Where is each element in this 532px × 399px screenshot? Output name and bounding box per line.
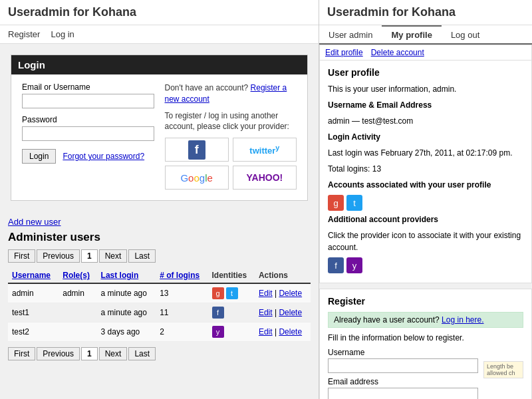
pagination-top: First Previous 1 Next Last [8, 249, 311, 263]
fill-text: Fill in the information below to registe… [328, 333, 523, 342]
col-last-login[interactable]: Last login [97, 268, 156, 283]
nav-login[interactable]: Log in [51, 28, 74, 41]
register-section: Register Already have a user account? Lo… [319, 289, 532, 399]
log-in-here-link[interactable]: Log in here. [442, 315, 483, 325]
associated-label: Accounts associated with your user profi… [328, 179, 523, 191]
nav-register[interactable]: Register [8, 28, 40, 41]
no-account-text: Don't have an account? [165, 83, 249, 92]
twitter-icon: twittery [249, 144, 279, 156]
google-icon: Google [180, 172, 212, 184]
cell-identities: y [208, 323, 255, 342]
google-provider-button[interactable]: Google [165, 166, 229, 190]
cell-logins: 11 [156, 303, 207, 323]
previous-page-bottom-button[interactable]: Previous [37, 347, 80, 360]
facebook-provider-button[interactable]: f [165, 138, 229, 162]
cell-logins: 13 [156, 283, 207, 303]
user-table: Username Role(s) Last login # of logins … [8, 268, 311, 342]
cell-logins: 2 [156, 323, 207, 342]
cell-role [59, 323, 96, 342]
nav-my-profile[interactable]: My profile [382, 25, 441, 43]
nav-user-admin[interactable]: User admin [319, 25, 382, 43]
profile-section: Edit profile Delete account User profile… [319, 45, 532, 283]
additional-label: Additional account providers [328, 213, 523, 225]
edit-user-link[interactable]: Edit [259, 327, 273, 336]
cell-identities: f [208, 303, 255, 323]
yahoo-provider-button[interactable]: YAHOO! [233, 166, 297, 190]
login-box-title: Login [11, 55, 307, 74]
profile-title: User profile [328, 67, 523, 78]
delete-user-link[interactable]: Delete [279, 289, 302, 298]
login-activity-label: Login Activity [328, 131, 523, 143]
email-label: Email or Username [22, 82, 154, 92]
left-nav: Register Log in [0, 25, 319, 44]
login-activity-value: Last login was February 27th, 2011, at 0… [328, 147, 523, 159]
previous-page-button[interactable]: Previous [37, 249, 80, 263]
left-title: Useradmin for Kohana [8, 5, 311, 19]
profile-tabs: Edit profile Delete account [320, 45, 531, 61]
g-identity-icon: g [212, 287, 224, 299]
yahoo-additional-icon[interactable]: y [346, 257, 362, 273]
forgot-password-link[interactable]: Forgot your password? [63, 152, 144, 161]
login-button[interactable]: Login [22, 149, 56, 164]
col-actions: Actions [255, 268, 311, 283]
next-page-button[interactable]: Next [99, 249, 128, 263]
username-email-label: Username & Email Address [328, 99, 523, 111]
cell-username: admin [8, 283, 59, 303]
tab-delete-account[interactable]: Delete account [371, 48, 424, 60]
email-input[interactable] [22, 94, 154, 108]
already-account-notice: Already have a user account? Log in here… [328, 312, 523, 328]
twitter-associated-icon[interactable]: t [346, 195, 362, 211]
col-logins[interactable]: # of logins [156, 268, 207, 283]
twitter-provider-button[interactable]: twittery [233, 138, 297, 162]
register-title: Register [328, 296, 523, 307]
additional-text: Click the provider icon to associate it … [328, 229, 523, 253]
cell-username: test2 [8, 323, 59, 342]
add-user-link[interactable]: Add new user [8, 217, 61, 227]
email-field: Email address [328, 377, 478, 399]
cell-role [59, 303, 96, 323]
delete-user-link[interactable]: Delete [279, 327, 302, 336]
page-number-button[interactable]: 1 [81, 249, 98, 263]
next-page-bottom-button[interactable]: Next [99, 347, 128, 360]
email-reg-label: Email address [328, 377, 478, 386]
table-row: test23 days ago2yEdit | Delete [8, 323, 311, 342]
provider-icons: f twittery Google YAHOO! [165, 138, 297, 190]
cell-identities: gt [208, 283, 255, 303]
facebook-icon: f [188, 140, 205, 160]
y-identity-icon: y [212, 326, 224, 338]
total-logins-value: Total logins: 13 [328, 163, 523, 175]
password-input[interactable] [22, 126, 154, 141]
right-header: Useradmin for Kohana [319, 0, 532, 25]
nav-log-out[interactable]: Log out [442, 25, 489, 43]
col-username[interactable]: Username [8, 268, 59, 283]
username-reg-label: Username [328, 348, 478, 357]
f-identity-icon: f [212, 307, 224, 319]
cell-actions: Edit | Delete [255, 303, 311, 323]
pagination-bottom: First Previous 1 Next Last [8, 347, 311, 360]
username-reg-input[interactable] [328, 358, 478, 373]
edit-user-link[interactable]: Edit [259, 308, 273, 317]
col-roles[interactable]: Role(s) [59, 268, 96, 283]
last-page-bottom-button[interactable]: Last [128, 347, 156, 360]
first-page-button[interactable]: First [8, 249, 35, 263]
additional-icons: f y [328, 257, 523, 273]
password-label: Password [22, 115, 154, 124]
tab-edit-profile[interactable]: Edit profile [325, 48, 363, 60]
cell-role: admin [59, 283, 96, 303]
last-page-button[interactable]: Last [128, 249, 156, 263]
profile-intro: This is your user information, admin. [328, 83, 523, 95]
delete-user-link[interactable]: Delete [279, 308, 302, 317]
cell-username: test1 [8, 303, 59, 323]
first-page-bottom-button[interactable]: First [8, 347, 35, 360]
already-text: Already have a user account? [334, 315, 440, 325]
table-row: adminadmina minute ago13gtEdit | Delete [8, 283, 311, 303]
edit-user-link[interactable]: Edit [259, 289, 273, 298]
facebook-additional-icon[interactable]: f [328, 257, 344, 273]
cell-last-login: a minute ago [97, 283, 156, 303]
login-section: Login Email or Username Password Login F… [0, 44, 319, 211]
email-reg-input[interactable] [328, 388, 478, 399]
google-associated-icon[interactable]: g [328, 195, 344, 211]
left-header: Useradmin for Kohana [0, 0, 319, 25]
page-number-bottom-button[interactable]: 1 [81, 347, 98, 360]
t-identity-icon: t [226, 287, 238, 299]
